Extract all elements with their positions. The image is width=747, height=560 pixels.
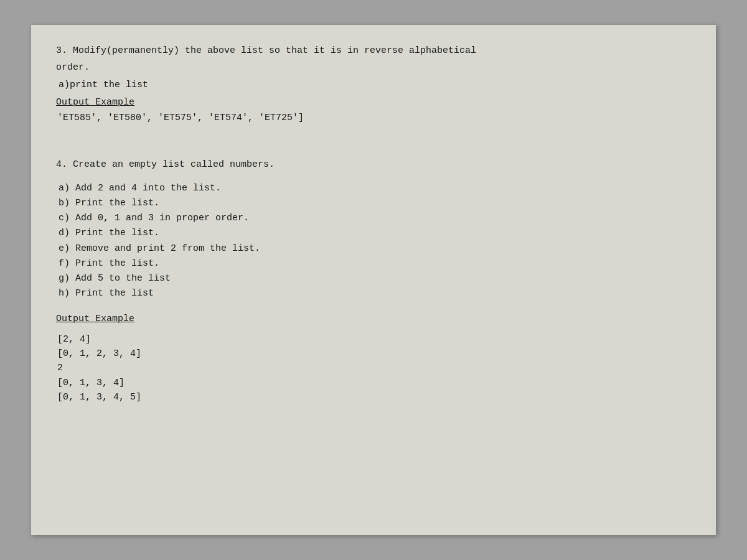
section-3-header: 3. Modify(permanently) the above list so…	[56, 44, 691, 58]
section-4-output-line-4: [0, 1, 3, 4]	[56, 376, 691, 390]
section-3-output-label: Output Example	[56, 95, 134, 110]
spacer-1	[56, 140, 691, 152]
spacer-3	[56, 302, 691, 309]
section-4-item-e: e) Remove and print 2 from the list.	[56, 241, 691, 256]
page-container: 3. Modify(permanently) the above list so…	[31, 25, 716, 535]
spacer-4	[56, 327, 691, 332]
section-4-output-line-5: [0, 1, 3, 4, 5]	[56, 390, 691, 404]
section-4-item-a: a) Add 2 and 4 into the list.	[56, 181, 691, 195]
spacer-2	[56, 175, 691, 181]
section-4-item-d: d) Print the list.	[56, 226, 691, 240]
section-4-item-b: b) Print the list.	[56, 196, 691, 210]
section-3: 3. Modify(permanently) the above list so…	[56, 44, 691, 125]
section-4-output-line-3: 2	[56, 361, 691, 375]
section-4-header: 4. Create an empty list called numbers.	[56, 157, 691, 172]
section-4-item-f: f) Print the list.	[56, 256, 691, 271]
section-4-item-h: h) Print the list	[56, 286, 691, 301]
section-4-item-g: g) Add 5 to the list	[56, 271, 691, 286]
section-4-item-c: c) Add 0, 1 and 3 in proper order.	[56, 211, 691, 225]
section-4-output-line-1: [2, 4]	[56, 332, 691, 347]
section-4-output-label: Output Example	[56, 312, 134, 326]
section-3-header-cont: order.	[56, 60, 691, 75]
section-4-output-line-2: [0, 1, 2, 3, 4]	[56, 347, 691, 361]
section-3-sub-a: a)print the list	[56, 78, 691, 92]
section-4: 4. Create an empty list called numbers. …	[56, 157, 691, 404]
content-area: 3. Modify(permanently) the above list so…	[56, 44, 691, 404]
section-3-output-line: 'ET585', 'ET580', 'ET575', 'ET574', 'ET7…	[56, 111, 691, 125]
